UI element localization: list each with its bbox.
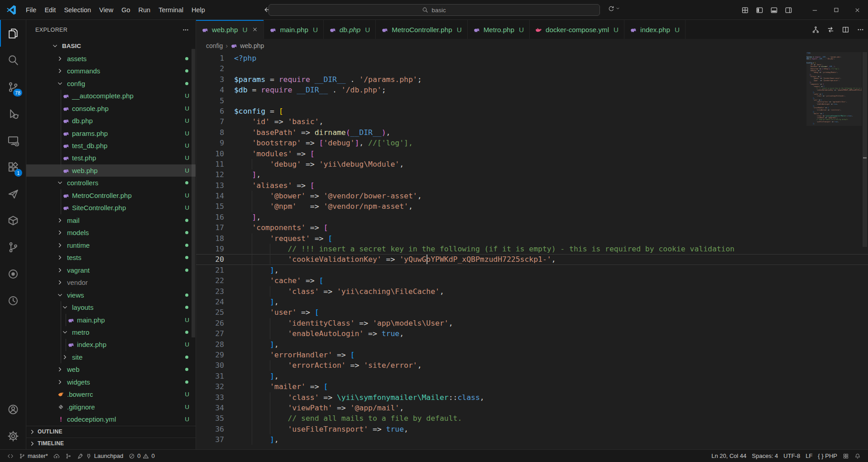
menu-help[interactable]: Help	[187, 3, 209, 17]
code-line-16[interactable]: 16 ],	[196, 212, 868, 222]
menu-selection[interactable]: Selection	[60, 3, 95, 17]
menu-go[interactable]: Go	[117, 3, 134, 17]
activity-item-containers[interactable]	[0, 207, 26, 234]
code-line-11[interactable]: 11 'debug' => 'yii\debug\Module',	[196, 159, 868, 169]
menu-terminal[interactable]: Terminal	[154, 3, 187, 17]
code-line-14[interactable]: 14 '@bower' => '@vendor/bower-asset',	[196, 191, 868, 201]
layout-switcher-icon[interactable]	[608, 5, 620, 12]
status-git-graph-status[interactable]	[62, 450, 74, 462]
activity-item-explorer[interactable]	[0, 20, 26, 47]
sidebar-scrollbar[interactable]	[192, 49, 195, 337]
status-extension-status[interactable]	[840, 450, 852, 462]
tab-index.php[interactable]: index.php U	[624, 20, 686, 39]
tree-item-BASIC[interactable]: BASIC	[26, 40, 196, 52]
tab-db.php[interactable]: db.php U	[324, 20, 376, 39]
tree-item-layouts[interactable]: layouts	[26, 301, 196, 313]
tree-item-web[interactable]: web	[26, 363, 196, 375]
open-changes-icon[interactable]	[827, 26, 834, 34]
code-line-28[interactable]: 28 ],	[196, 339, 868, 350]
tree-item-widgets[interactable]: widgets	[26, 376, 196, 388]
code-line-25[interactable]: 25 'user' => [	[196, 307, 868, 318]
tree-item-.gitignore[interactable]: .gitignoreU	[26, 401, 196, 413]
tree-item-vagrant[interactable]: vagrant	[26, 264, 196, 276]
more-actions-icon[interactable]	[857, 26, 864, 34]
code-line-32[interactable]: 32 'mailer' => [	[196, 381, 868, 392]
toggle-primary-sidebar-icon[interactable]	[756, 6, 763, 14]
code-line-19[interactable]: 19 // !!! insert a secret key in the fol…	[196, 244, 868, 254]
tree-item-vendor[interactable]: vendor	[26, 276, 196, 289]
tree-item-config[interactable]: config	[26, 77, 196, 89]
status-notifications[interactable]	[852, 450, 863, 462]
code-line-31[interactable]: 31 ],	[196, 371, 868, 381]
code-line-10[interactable]: 10 'modules' => [	[196, 149, 868, 159]
command-center-search[interactable]: basic	[269, 4, 600, 16]
code-line-26[interactable]: 26 'identityClass' => 'app\models\User',	[196, 318, 868, 328]
toggle-panel-icon[interactable]	[770, 6, 778, 14]
section-timeline[interactable]: TIMELINE	[26, 438, 196, 449]
tree-item-main.php[interactable]: main.phpU	[26, 313, 196, 326]
close-tab-icon[interactable]	[252, 26, 258, 33]
code-line-29[interactable]: 29 'errorHandler' => [	[196, 350, 868, 360]
code-line-13[interactable]: 13 'aliases' => [	[196, 180, 868, 191]
tree-item-params.php[interactable]: params.phpU	[26, 127, 196, 139]
toggle-secondary-sidebar-icon[interactable]	[785, 6, 792, 14]
status-git-branch[interactable]: master*	[16, 450, 51, 462]
tab-Metro.php[interactable]: Metro.php U	[468, 20, 530, 39]
code-line-35[interactable]: 35 // send all mails to a file by defaul…	[196, 413, 868, 424]
activity-item-search[interactable]	[0, 47, 26, 73]
tab-docker-compose.yml[interactable]: docker-compose.yml U	[530, 20, 624, 39]
tree-item-controllers[interactable]: controllers	[26, 177, 196, 189]
code-line-3[interactable]: 3$params = require __DIR__ . '/params.ph…	[196, 74, 868, 85]
tree-item-db.php[interactable]: db.phpU	[26, 115, 196, 127]
activity-item-database[interactable]	[0, 260, 26, 287]
code-line-4[interactable]: 4$db = require __DIR__ . '/db.php';	[196, 85, 868, 95]
section-outline[interactable]: OUTLINE	[26, 426, 196, 438]
code-line-1[interactable]: 1<?php	[196, 53, 868, 63]
tree-item-SiteController.php[interactable]: SiteController.phpU	[26, 202, 196, 214]
code-line-27[interactable]: 27 'enableAutoLogin' => true,	[196, 328, 868, 339]
tree-item-mail[interactable]: mail	[26, 214, 196, 226]
tree-item-console.php[interactable]: console.phpU	[26, 102, 196, 114]
tree-item-assets[interactable]: assets	[26, 52, 196, 64]
window-maximize-button[interactable]	[825, 0, 847, 20]
tree-item-models[interactable]: models	[26, 226, 196, 239]
code-line-22[interactable]: 22 'cache' => [	[196, 275, 868, 286]
editor-scrollbar[interactable]	[862, 52, 868, 449]
code-line-33[interactable]: 33 'class' => \yii\symfonymailer\Mailer:…	[196, 392, 868, 403]
activity-item-extensions[interactable]: 1	[0, 154, 26, 180]
tree-item-MetroController.php[interactable]: MetroController.phpU	[26, 189, 196, 202]
tree-item-.bowerrc[interactable]: .bowerrcU	[26, 388, 196, 400]
activity-item-source-control[interactable]: 78	[0, 73, 26, 100]
code-line-24[interactable]: 24 ],	[196, 297, 868, 307]
tree-item-site[interactable]: site	[26, 351, 196, 363]
code-line-34[interactable]: 34 'viewPath' => '@app/mail',	[196, 403, 868, 413]
activity-item-run-debug[interactable]	[0, 100, 26, 127]
code-line-7[interactable]: 7 'id' => 'basic',	[196, 116, 868, 127]
tree-item-views[interactable]: views	[26, 289, 196, 301]
tree-item-commands[interactable]: commands	[26, 65, 196, 77]
status-cursor-position[interactable]: Ln 20, Col 44	[709, 450, 749, 462]
split-editor-icon[interactable]	[842, 26, 849, 34]
menu-file[interactable]: File	[22, 3, 40, 17]
menu-edit[interactable]: Edit	[40, 3, 60, 17]
window-close-button[interactable]	[847, 0, 868, 20]
tree-item-metro[interactable]: metro	[26, 326, 196, 338]
code-line-17[interactable]: 17 'components' => [	[196, 222, 868, 233]
activity-item-testing[interactable]	[0, 180, 26, 207]
code-line-36[interactable]: 36 'useFileTransport' => true,	[196, 424, 868, 434]
tab-web.php[interactable]: web.php U	[196, 20, 264, 39]
explorer-more-actions-icon[interactable]	[182, 26, 189, 34]
breadcrumb-folder[interactable]: config	[206, 42, 223, 49]
status-eol-sequence[interactable]: LF	[803, 450, 815, 462]
code-line-12[interactable]: 12 ],	[196, 169, 868, 180]
breadcrumb-file[interactable]: web.php	[240, 42, 264, 49]
code-line-15[interactable]: 15 '@npm' => '@vendor/npm-asset',	[196, 201, 868, 212]
tree-item-index.php[interactable]: index.phpU	[26, 338, 196, 351]
code-line-23[interactable]: 23 'class' => 'yii\caching\FileCache',	[196, 286, 868, 297]
tree-item-runtime[interactable]: runtime	[26, 239, 196, 251]
tree-item-test_db.php[interactable]: test_db.phpU	[26, 140, 196, 152]
code-editor[interactable]: 1<?php23$params = require __DIR__ . '/pa…	[196, 52, 868, 449]
code-line-18[interactable]: 18 'request' => [	[196, 233, 868, 244]
status-encoding[interactable]: UTF-8	[781, 450, 803, 462]
status-publish-changes[interactable]	[51, 450, 62, 462]
